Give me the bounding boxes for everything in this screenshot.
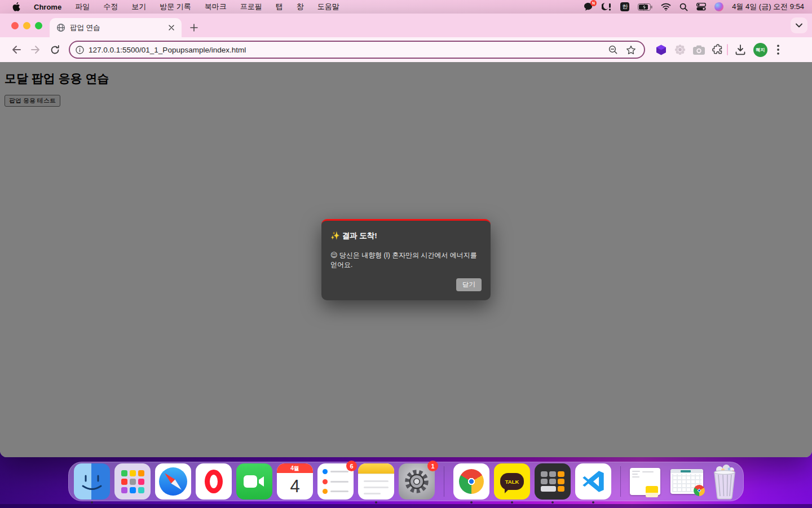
opera-icon — [196, 463, 232, 500]
running-indicator — [551, 501, 554, 503]
reload-button[interactable] — [46, 41, 63, 58]
siri-icon[interactable] — [714, 2, 723, 11]
running-indicator — [592, 501, 594, 503]
extensions-puzzle-icon[interactable] — [712, 44, 723, 55]
site-info-icon[interactable] — [76, 46, 84, 54]
dock-item-trash[interactable] — [711, 463, 738, 500]
chat-badge: N — [590, 0, 597, 6]
trash-full-icon — [712, 465, 738, 500]
dock-item-calendar[interactable]: 4월 4 — [277, 463, 313, 500]
dock-item-settings[interactable]: 1 — [399, 463, 435, 500]
launchpad-icon — [114, 463, 151, 500]
macos-menubar: Chrome 파일 수정 보기 방문 기록 북마크 프로필 탭 창 도움말 N … — [0, 0, 812, 14]
window-close-button[interactable] — [11, 22, 19, 29]
running-indicator — [470, 501, 473, 503]
tab-close-icon[interactable] — [167, 23, 176, 32]
dock-item-launchpad[interactable] — [114, 463, 151, 500]
forward-button[interactable] — [27, 41, 44, 58]
chrome-icon — [453, 463, 489, 500]
dock-item-finder[interactable] — [74, 463, 110, 500]
finder-icon — [74, 463, 110, 500]
dock-item-vscode[interactable] — [575, 463, 611, 500]
sticky-note — [646, 486, 658, 497]
chrome-mini-badge-icon — [694, 485, 705, 496]
window-minimize-button[interactable] — [23, 22, 30, 29]
control-center-icon[interactable] — [696, 2, 706, 12]
calculator-icon — [535, 463, 571, 500]
menu-bookmarks[interactable]: 북마크 — [205, 2, 227, 12]
menubar-app-name[interactable]: Chrome — [34, 3, 61, 11]
modal-message: 😌 당신은 내향형 (I) 혼자만의 시간에서 에너지를 얻어요. — [330, 251, 482, 270]
alert-menu-icon[interactable] — [602, 2, 612, 12]
tab-strip: 팝업 연습 — [0, 14, 812, 37]
calendar-month-label: 4월 — [277, 463, 313, 473]
menu-tab[interactable]: 탭 — [276, 2, 283, 12]
chrome-window: 팝업 연습 127.0.0.1:5500/01_1_Popupsample/in… — [0, 14, 812, 457]
toolbar-divider — [727, 44, 728, 55]
minimized-window-thumbnail — [670, 469, 703, 494]
notes-icon — [358, 463, 394, 500]
wifi-icon[interactable] — [661, 2, 671, 12]
dock-item-reminders[interactable]: 6 — [317, 463, 354, 500]
calendar-icon: 4월 4 — [277, 463, 313, 500]
address-bar[interactable]: 127.0.0.1:5500/01_1_Popupsample/index.ht… — [69, 41, 645, 59]
vscode-icon — [575, 463, 611, 500]
safari-icon — [155, 463, 191, 500]
running-indicator — [375, 501, 377, 503]
modal-overlay[interactable]: ✨ 결과 도착! 😌 당신은 내향형 (I) 혼자만의 시간에서 에너지를 얻어… — [0, 62, 812, 457]
chat-notification-icon[interactable]: N — [584, 2, 593, 12]
dock-separator — [620, 466, 621, 497]
menu-file[interactable]: 파일 — [75, 2, 90, 12]
modal-close-button[interactable]: 닫기 — [456, 278, 482, 291]
tab-favicon-globe-icon — [56, 23, 65, 32]
menu-view[interactable]: 보기 — [131, 2, 146, 12]
dock-item-minimized-window-stickies[interactable] — [630, 463, 666, 500]
apple-logo-icon[interactable] — [12, 2, 20, 12]
kakaotalk-icon: TALK — [494, 463, 530, 500]
dock-item-opera[interactable] — [196, 463, 232, 500]
back-button[interactable] — [8, 41, 25, 58]
menubar-clock[interactable]: 4월 4일 (금) 오전 9:54 — [732, 2, 804, 12]
extension-camera-icon[interactable] — [693, 45, 705, 55]
downloads-icon[interactable] — [735, 44, 746, 55]
url-text[interactable]: 127.0.0.1:5500/01_1_Popupsample/index.ht… — [89, 46, 604, 54]
modal-title: ✨ 결과 도착! — [330, 231, 482, 241]
bookmark-star-icon[interactable] — [626, 45, 636, 55]
tab-search-button[interactable] — [791, 17, 807, 33]
calendar-day-label: 4 — [277, 473, 313, 500]
dock-item-facetime[interactable] — [236, 463, 272, 500]
dock-item-calculator[interactable] — [535, 463, 571, 500]
profile-avatar[interactable]: 혜지 — [753, 43, 767, 57]
page-content: 모달 팝업 응용 연습 팝업 응용 테스트 ✨ 결과 도착! 😌 당신은 내향형… — [0, 62, 812, 457]
kakaotalk-label: TALK — [500, 473, 524, 490]
menu-help[interactable]: 도움말 — [317, 2, 339, 12]
dock-item-chrome[interactable] — [453, 463, 489, 500]
result-modal: ✨ 결과 도착! 😌 당신은 내향형 (I) 혼자만의 시간에서 에너지를 얻어… — [321, 219, 491, 301]
menu-edit[interactable]: 수정 — [103, 2, 118, 12]
running-indicator — [511, 501, 513, 503]
new-tab-button[interactable] — [186, 20, 202, 36]
zoom-out-icon[interactable] — [608, 45, 618, 55]
dock-item-safari[interactable] — [155, 463, 191, 500]
battery-icon[interactable] — [638, 2, 652, 12]
spotlight-search-icon[interactable] — [679, 2, 688, 12]
dock-item-minimized-window-chrome[interactable] — [670, 463, 707, 500]
dock-item-kakaotalk[interactable]: TALK — [494, 463, 530, 500]
menu-window[interactable]: 창 — [297, 2, 304, 12]
browser-menu-kebab-icon[interactable] — [775, 45, 782, 55]
active-tab[interactable]: 팝업 연습 — [50, 18, 182, 37]
dock: 4월 4 6 1 T — [68, 462, 744, 501]
extension-flower-icon[interactable] — [674, 44, 686, 55]
extension-gem-icon[interactable] — [655, 44, 667, 56]
reminders-badge: 6 — [346, 461, 357, 471]
menu-history[interactable]: 방문 기록 — [160, 2, 191, 12]
running-indicator — [91, 501, 93, 503]
facetime-icon — [236, 463, 272, 500]
menu-profiles[interactable]: 프로필 — [240, 2, 262, 12]
settings-badge: 1 — [427, 461, 438, 471]
browser-toolbar: 127.0.0.1:5500/01_1_Popupsample/index.ht… — [0, 37, 812, 62]
input-source-icon[interactable]: 한 — [620, 2, 629, 11]
window-zoom-button[interactable] — [35, 22, 42, 29]
dock-item-notes[interactable] — [358, 463, 394, 500]
dock-separator — [444, 466, 444, 497]
